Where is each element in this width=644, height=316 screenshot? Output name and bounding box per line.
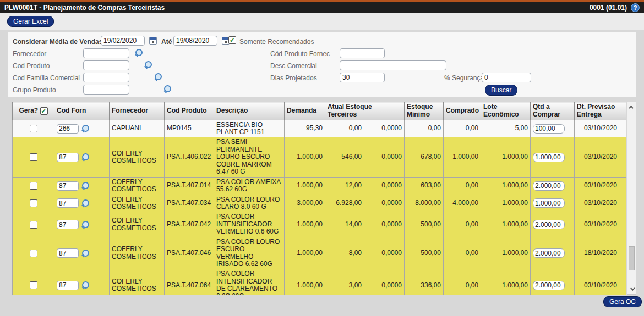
estoque-minimo-cell: 678,00 bbox=[405, 137, 444, 177]
date-to-input[interactable] bbox=[173, 36, 217, 46]
lote-economico-cell: 1.000,00 bbox=[481, 177, 531, 195]
cod-forn-input[interactable] bbox=[57, 281, 79, 290]
qtd-a-comprar-input[interactable] bbox=[533, 153, 565, 162]
date-from-input[interactable] bbox=[101, 36, 145, 46]
lote-economico-cell: 1.000,00 bbox=[481, 269, 531, 295]
header-row: Gera? Cod Forn Fornecedor Cod Produto De… bbox=[13, 102, 627, 120]
qtd-a-comprar-input[interactable] bbox=[533, 181, 565, 191]
lote-economico-cell: 1.000,00 bbox=[481, 137, 531, 177]
gera-select-all-checkbox[interactable] bbox=[40, 107, 48, 115]
fornecedor-input[interactable] bbox=[83, 48, 129, 58]
grupo-produto-search-icon[interactable] bbox=[163, 85, 171, 93]
vertical-scrollbar[interactable] bbox=[627, 102, 636, 295]
app-window: PLW0001T - Planejamento de Compras Terce… bbox=[0, 0, 644, 316]
qtd-a-comprar-input[interactable] bbox=[533, 124, 565, 134]
gerar-excel-button[interactable]: Gerar Excel bbox=[7, 16, 54, 27]
gera-checkbox[interactable] bbox=[30, 182, 37, 190]
somente-recomendados-checkbox[interactable] bbox=[228, 36, 236, 44]
fornecedor-label: Fornecedor bbox=[13, 50, 46, 58]
gera-cell bbox=[13, 237, 54, 269]
seguranca-label: % Segurança bbox=[444, 74, 484, 82]
cod-forn-search-icon[interactable] bbox=[81, 125, 89, 132]
qtd-a-comprar-cell bbox=[531, 269, 575, 295]
estoque-terceiros-cell: 546,00 bbox=[325, 137, 364, 177]
cod-forn-search-icon[interactable] bbox=[81, 153, 89, 161]
gera-checkbox[interactable] bbox=[30, 153, 37, 161]
buscar-button[interactable]: Buscar bbox=[485, 85, 517, 96]
estoque-minimo-cell: 500,00 bbox=[405, 212, 444, 237]
seguranca-input[interactable] bbox=[482, 73, 531, 82]
qtd-a-comprar-cell bbox=[531, 177, 575, 195]
cod-forn-input[interactable] bbox=[57, 181, 79, 191]
comprado-cell: 1.000,00 bbox=[444, 137, 481, 177]
qtd-a-comprar-cell bbox=[531, 137, 575, 177]
grupo-produto-label: Grupo Produto bbox=[13, 86, 56, 94]
calendar-icon-from[interactable] bbox=[149, 37, 157, 45]
cod-produto-cell: MP0145 bbox=[165, 120, 214, 137]
cod-familia-label: Cod Família Comercial bbox=[13, 74, 80, 82]
estoque-minimo-cell: 500,00 bbox=[405, 237, 444, 269]
descricao-cell: PSA COLOR AMEIXA 55.62 60G bbox=[214, 177, 285, 195]
cod-forn-search-icon[interactable] bbox=[81, 221, 89, 229]
gera-checkbox[interactable] bbox=[30, 221, 37, 229]
fornecedor-search-icon[interactable] bbox=[135, 49, 143, 57]
fornecedor-cell: CAPUANI bbox=[110, 120, 165, 137]
fornecedor-cell: COFERLY COSMETICOS bbox=[110, 137, 165, 177]
title-bar: PLW0001T - Planejamento de Compras Terce… bbox=[0, 0, 644, 13]
gera-checkbox[interactable] bbox=[30, 250, 37, 257]
scroll-down-icon[interactable] bbox=[627, 285, 636, 293]
estoque-terceiros-cell: 12,00 bbox=[325, 177, 364, 195]
qtd-a-comprar-input[interactable] bbox=[533, 248, 565, 258]
fornecedor-cell: COFERLY COSMETICOS bbox=[110, 212, 165, 237]
dias-projetados-input[interactable] bbox=[340, 73, 385, 82]
demanda-cell: 95,30 bbox=[285, 120, 325, 137]
cod-forn-input[interactable] bbox=[57, 220, 79, 229]
cod-forn-input[interactable] bbox=[57, 153, 79, 162]
col-header-cod-forn: Cod Forn bbox=[54, 102, 110, 120]
comprado-cell: 0,00 bbox=[444, 269, 481, 295]
estoque-minimo-cell: 336,00 bbox=[405, 269, 444, 295]
lote-economico-cell: 1.000,00 bbox=[481, 195, 531, 212]
grupo-produto-input[interactable] bbox=[83, 85, 129, 95]
cod-forn-input[interactable] bbox=[57, 248, 79, 258]
dt-previsao-cell: 18/10/2020 bbox=[575, 237, 627, 269]
gera-checkbox[interactable] bbox=[30, 125, 37, 132]
scrollbar-thumb[interactable] bbox=[629, 246, 635, 270]
cod-forn-input[interactable] bbox=[57, 124, 79, 134]
dt-previsao-cell: 03/10/2020 bbox=[575, 212, 627, 237]
cod-familia-search-icon[interactable] bbox=[154, 73, 162, 81]
estoque-terceiros-detail-cell: 0,0000 bbox=[364, 137, 405, 177]
scroll-up-icon[interactable] bbox=[627, 103, 636, 112]
qtd-a-comprar-input[interactable] bbox=[533, 220, 565, 229]
cod-produto-fornec-input[interactable] bbox=[340, 48, 385, 58]
comprado-cell: 0,00 bbox=[444, 212, 481, 237]
estoque-minimo-cell: 8.000,00 bbox=[405, 195, 444, 212]
table-row: CAPUANI MP0145 ESSENCIA BIO PLANT CP 115… bbox=[13, 120, 627, 137]
gera-checkbox[interactable] bbox=[30, 199, 37, 207]
cod-forn-input[interactable] bbox=[57, 198, 79, 208]
cod-produto-search-icon[interactable] bbox=[144, 61, 152, 69]
col-header-lote-economico: Lote Econômico bbox=[481, 102, 531, 120]
gera-oc-button[interactable]: Gera OC bbox=[603, 296, 642, 307]
cod-forn-search-icon[interactable] bbox=[81, 199, 89, 207]
estoque-terceiros-detail-cell: 0,0000 bbox=[364, 212, 405, 237]
results-grid: Gera? Cod Forn Fornecedor Cod Produto De… bbox=[12, 102, 636, 295]
demanda-cell: 1.000,00 bbox=[285, 137, 325, 177]
table-row: COFERLY COSMETICOS PSA.T.407.046 PSA COL… bbox=[13, 237, 627, 269]
cod-produto-input[interactable] bbox=[83, 60, 129, 70]
qtd-a-comprar-input[interactable] bbox=[533, 281, 565, 290]
cod-familia-input[interactable] bbox=[83, 73, 129, 82]
fornecedor-cell: COFERLY COSMETICOS bbox=[110, 269, 165, 295]
gera-cell bbox=[13, 137, 54, 177]
cod-produto-cell: PSA.T.407.064 bbox=[165, 269, 214, 295]
cod-forn-search-icon[interactable] bbox=[81, 281, 89, 289]
gera-checkbox[interactable] bbox=[30, 281, 37, 289]
desc-comercial-input[interactable] bbox=[340, 60, 446, 70]
fornecedor-cell: COFERLY COSMETICOS bbox=[110, 195, 165, 212]
dt-previsao-cell: 03/10/2020 bbox=[575, 195, 627, 212]
help-icon[interactable]: ? bbox=[631, 3, 640, 12]
cod-forn-search-icon[interactable] bbox=[81, 250, 89, 257]
cod-forn-search-icon[interactable] bbox=[81, 182, 89, 190]
qtd-a-comprar-input[interactable] bbox=[533, 198, 565, 208]
col-header-descricao: Descrição bbox=[214, 102, 285, 120]
